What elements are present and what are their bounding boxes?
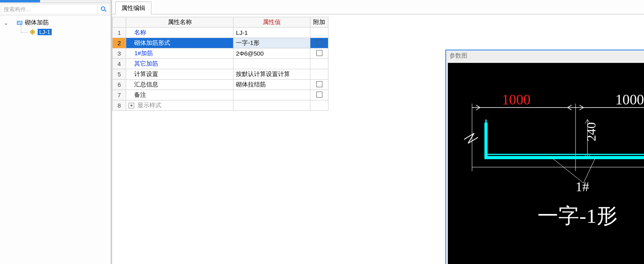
shape-name-text: 一字-1形: [537, 204, 617, 227]
tree-node-child[interactable]: LJ-1: [19, 27, 109, 37]
col-header-value: 属性值: [233, 17, 310, 28]
property-name-cell[interactable]: 砌体加筋形式: [126, 38, 233, 48]
property-extra-cell[interactable]: [310, 80, 328, 90]
tree-child-label: LJ-1: [38, 29, 52, 35]
row-index: 1: [113, 28, 126, 38]
property-name-cell[interactable]: 1#加筋: [126, 48, 233, 59]
property-value-cell[interactable]: [233, 100, 310, 111]
checkbox[interactable]: [316, 81, 322, 87]
search-button[interactable]: [98, 4, 110, 14]
property-name-label: 汇总信息: [129, 81, 158, 88]
property-name-cell[interactable]: +显示样式: [126, 100, 233, 111]
property-name-cell[interactable]: 名称: [126, 28, 233, 38]
property-extra-cell[interactable]: [310, 100, 328, 111]
property-extra-cell[interactable]: [310, 69, 328, 80]
table-row[interactable]: 8+显示样式: [113, 100, 328, 111]
row-index: 8: [113, 100, 126, 111]
property-name-label: 名称: [129, 29, 146, 36]
property-extra-cell[interactable]: [310, 38, 328, 48]
property-value-cell[interactable]: [233, 90, 310, 100]
table-row[interactable]: 5计算设置按默认计算设置计算: [113, 69, 328, 80]
property-extra-cell[interactable]: [310, 90, 328, 100]
row-index: 3: [113, 48, 126, 59]
expand-icon[interactable]: +: [129, 103, 134, 108]
property-table: 属性名称 属性值 附加 1名称LJ-12砌体加筋形式一字-1形31#加筋2Φ6@…: [112, 17, 328, 111]
property-value-cell[interactable]: 2Φ6@500: [233, 48, 310, 59]
property-extra-cell[interactable]: [310, 28, 328, 38]
table-row[interactable]: 31#加筋2Φ6@500: [113, 48, 328, 59]
search-input[interactable]: [1, 4, 98, 14]
checkbox[interactable]: [316, 50, 322, 56]
tree-toggle-icon[interactable]: ⌄: [3, 20, 9, 26]
property-extra-cell[interactable]: [310, 48, 328, 59]
property-name-label: 其它加筋: [129, 60, 158, 67]
table-row[interactable]: 6汇总信息砌体拉结筋: [113, 80, 328, 90]
dim-height-text: 240: [584, 122, 598, 142]
rebar-shape: [486, 123, 644, 158]
table-row[interactable]: 4其它加筋: [113, 59, 328, 69]
property-value-cell[interactable]: LJ-1: [233, 28, 310, 38]
property-extra-cell[interactable]: [310, 59, 328, 69]
dim-right-text: 1000: [615, 92, 644, 108]
search-icon: [101, 6, 107, 12]
property-name-label: 显示样式: [136, 102, 161, 108]
toolbar-stub: [0, 0, 111, 3]
row-index: 4: [113, 59, 126, 69]
row-index: 7: [113, 90, 126, 100]
gear-icon: [29, 29, 36, 35]
property-value-cell[interactable]: [233, 59, 310, 69]
row-index: 5: [113, 69, 126, 80]
table-row[interactable]: 7备注: [113, 90, 328, 100]
property-grid-area: 属性名称 属性值 附加 1名称LJ-12砌体加筋形式一字-1形31#加筋2Φ6@…: [112, 14, 644, 264]
table-row[interactable]: 2砌体加筋形式一字-1形: [113, 38, 328, 48]
checkbox[interactable]: [316, 40, 322, 46]
svg-point-7: [32, 32, 33, 33]
preview-canvas: 1000 1000 240: [448, 63, 644, 264]
property-name-cell[interactable]: 汇总信息: [126, 80, 233, 90]
row-index: 2: [113, 38, 126, 48]
tree-root-label: 砌体加筋: [25, 19, 49, 26]
row-index: 6: [113, 80, 126, 90]
property-value-cell[interactable]: 砌体拉结筋: [233, 80, 310, 90]
col-header-index: [113, 17, 126, 28]
svg-line-1: [105, 10, 106, 12]
property-name-cell[interactable]: 备注: [126, 90, 233, 100]
property-value-cell[interactable]: 一字-1形: [233, 38, 310, 48]
parameter-preview-pane[interactable]: 参数图 1000 1000: [445, 50, 644, 264]
table-row[interactable]: 1名称LJ-1: [113, 28, 328, 38]
property-name-label: 计算设置: [129, 70, 158, 77]
rebar-label-text: 1#: [576, 179, 589, 194]
property-name-cell[interactable]: 计算设置: [126, 69, 233, 80]
property-name-label: 砌体加筋形式: [129, 39, 170, 46]
svg-point-0: [101, 7, 105, 10]
tab-bar: 属性编辑: [112, 0, 644, 14]
tree-node-root[interactable]: ⌄ 砌体加筋: [2, 18, 109, 27]
checkbox[interactable]: [316, 92, 322, 98]
property-value-cell[interactable]: 按默认计算设置计算: [233, 69, 310, 80]
dim-left-text: 1000: [502, 92, 531, 108]
search-row: [0, 3, 111, 16]
tab-property-editor[interactable]: 属性编辑: [115, 2, 151, 14]
col-header-name: 属性名称: [126, 17, 233, 28]
component-tree[interactable]: ⌄ 砌体加筋 LJ-1: [0, 16, 111, 264]
col-header-extra: 附加: [310, 17, 328, 28]
property-name-cell[interactable]: 其它加筋: [126, 59, 233, 69]
preview-title: 参数图: [446, 50, 644, 61]
component-tree-panel: ⌄ 砌体加筋 LJ-1: [0, 0, 112, 264]
property-name-label: 1#加筋: [129, 50, 153, 56]
right-panel: 属性编辑 属性名称 属性值 附加 1名称LJ-12砌体加筋形式一字-1形31#加…: [112, 0, 644, 264]
property-name-label: 备注: [129, 91, 146, 98]
